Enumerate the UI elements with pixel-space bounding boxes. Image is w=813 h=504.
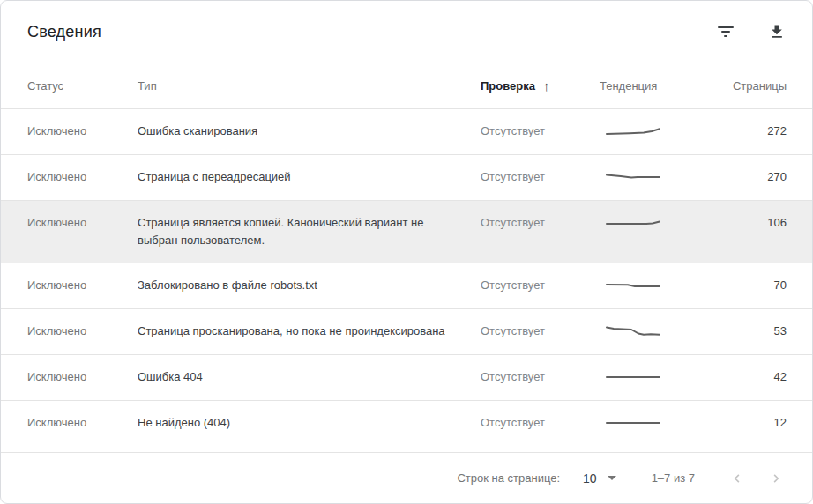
status-cell: Исключено [27,277,138,294]
pagination-range-label: 1–7 из 7 [652,471,695,485]
details-card: Сведения Ст [0,0,813,504]
validation-cell: Отсутствует [481,168,600,186]
type-cell: Страница с переадресацией [138,168,481,186]
table-row[interactable]: Исключено Ошибка сканирования Отсутствуе… [1,108,812,154]
trend-sparkline [605,279,661,292]
trend-cell [600,168,716,187]
validation-cell: Отсутствует [481,214,600,232]
trend-cell [600,414,716,433]
trend-cell [600,122,716,141]
pagination-controls [727,468,787,489]
toolbar [715,21,787,42]
trend-sparkline [605,125,661,137]
pages-cell: 42 [716,368,787,386]
validation-cell: Отсутствует [481,414,600,432]
rows-per-page-select[interactable]: 10 [583,471,616,485]
pages-cell: 106 [716,214,787,232]
column-header-validation[interactable]: Проверка ↑ [481,78,600,93]
type-cell: Не найдено (404) [138,414,481,432]
pages-cell: 70 [716,277,787,294]
column-header-pages[interactable]: Страницы [716,79,787,93]
rows-per-page-value: 10 [583,471,597,485]
table-row[interactable]: Исключено Не найдено (404) Отсутствует 1… [1,400,812,446]
table-header-row: Статус Тип Проверка ↑ Тенденция Страницы [1,63,812,108]
trend-cell [600,368,716,387]
download-button[interactable] [766,21,787,42]
filter-button[interactable] [715,21,736,42]
rows-per-page-label: Строк на странице: [457,471,560,485]
type-cell: Страница просканирована, но пока не прои… [138,322,481,340]
chevron-right-icon [768,471,784,486]
chevron-left-icon [729,471,745,486]
trend-sparkline [605,171,661,183]
validation-cell: Отсутствует [481,122,600,140]
validation-cell: Отсутствует [481,277,600,294]
trend-sparkline [605,325,661,337]
sort-ascending-icon: ↑ [543,78,550,93]
type-cell: Ошибка 404 [138,368,481,386]
status-cell: Исключено [27,122,138,140]
filter-icon [717,26,735,39]
pages-cell: 270 [716,168,787,186]
trend-sparkline [605,417,661,429]
status-cell: Исключено [27,168,138,186]
page-title: Сведения [27,23,101,41]
column-header-validation-label: Проверка [481,79,535,93]
details-table: Статус Тип Проверка ↑ Тенденция Страницы… [1,63,812,452]
dropdown-arrow-icon [608,476,616,480]
table-row[interactable]: Исключено Ошибка 404 Отсутствует 42 [1,354,812,400]
validation-cell: Отсутствует [481,322,600,340]
table-row[interactable]: Исключено Страница с переадресацией Отсу… [1,154,812,200]
pages-cell: 53 [716,322,787,340]
table-row[interactable]: Исключено Страница является копией. Кано… [1,200,812,263]
status-cell: Исключено [27,368,138,386]
status-cell: Исключено [27,214,138,232]
column-header-status[interactable]: Статус [27,79,138,93]
type-cell: Страница является копией. Канонический в… [138,214,481,249]
pages-cell: 272 [716,122,787,140]
trend-sparkline [605,217,661,229]
column-header-trend[interactable]: Тенденция [600,79,716,93]
status-cell: Исключено [27,322,138,340]
type-cell: Ошибка сканирования [138,122,481,140]
table-row[interactable]: Исключено Страница просканирована, но по… [1,308,812,354]
previous-page-button[interactable] [727,468,748,489]
column-header-type[interactable]: Тип [138,79,481,93]
type-cell: Заблокировано в файле robots.txt [138,277,481,294]
next-page-button[interactable] [765,468,787,489]
trend-cell [600,322,716,341]
download-icon [768,23,786,41]
validation-cell: Отсутствует [481,368,600,386]
card-header: Сведения [1,1,812,63]
table-row[interactable]: Исключено Заблокировано в файле robots.t… [1,263,812,308]
trend-cell [600,277,716,295]
trend-cell [600,214,716,233]
table-footer: Строк на странице: 10 1–7 из 7 [1,452,812,503]
pages-cell: 12 [716,414,787,432]
trend-sparkline [605,371,661,383]
status-cell: Исключено [27,414,138,432]
